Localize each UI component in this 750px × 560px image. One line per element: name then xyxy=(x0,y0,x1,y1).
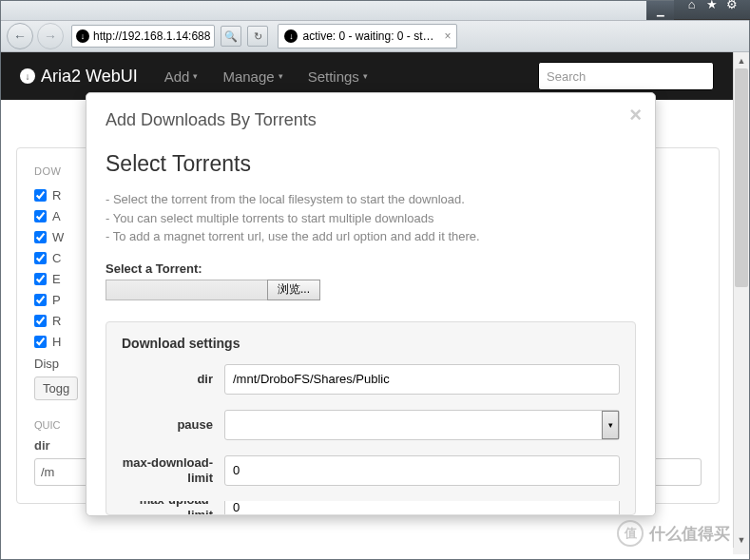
url-text: http://192.168.1.14:688 xyxy=(93,29,210,43)
browser-tab[interactable]: ↓ active: 0 - waiting: 0 - sto... × xyxy=(278,24,457,48)
refresh-button[interactable]: ↻ xyxy=(247,26,268,47)
checkbox[interactable] xyxy=(34,336,47,348)
browse-button[interactable]: 浏览... xyxy=(267,280,320,300)
tab-close-icon[interactable]: × xyxy=(444,29,451,43)
search-input[interactable]: Search xyxy=(538,62,714,90)
window-titlebar: ▁ ▢ ✕ xyxy=(1,1,749,21)
caret-icon: ▾ xyxy=(193,71,198,81)
brand-icon: ↓ xyxy=(20,68,35,84)
address-bar[interactable]: ↓ http://192.168.1.14:688 xyxy=(71,25,215,48)
chevron-down-icon[interactable]: ▾ xyxy=(602,411,619,439)
scroll-up-icon[interactable]: ▲ xyxy=(734,52,749,68)
site-favicon: ↓ xyxy=(76,29,89,43)
brand-text: Aria2 WebUI xyxy=(41,67,138,87)
tab-title: active: 0 - waiting: 0 - sto... xyxy=(302,29,435,43)
favorites-icon[interactable]: ★ xyxy=(704,0,719,12)
toggle-button[interactable]: Togg xyxy=(34,377,78,400)
nav-settings[interactable]: Settings▾ xyxy=(308,68,368,85)
checkbox[interactable] xyxy=(34,189,47,202)
caret-icon: ▾ xyxy=(279,71,283,81)
watermark-text: 什么值得买 xyxy=(649,523,730,545)
checkbox[interactable] xyxy=(34,210,47,222)
pause-field-label: pause xyxy=(122,417,224,433)
search-url-button[interactable]: 🔍 xyxy=(221,26,241,47)
select-torrent-label: Select a Torrent: xyxy=(106,261,636,276)
back-button[interactable]: ← xyxy=(7,23,33,49)
browser-toolbar: ← → ↓ http://192.168.1.14:688 🔍 ↻ ↓ acti… xyxy=(1,21,749,52)
checkbox[interactable] xyxy=(34,315,47,327)
watermark: 值 什么值得买 xyxy=(617,520,730,547)
checkbox[interactable] xyxy=(34,273,47,285)
modal-title: Add Downloads By Torrents xyxy=(106,110,636,130)
pause-select[interactable]: ▾ xyxy=(224,410,620,440)
modal-close-icon[interactable]: × xyxy=(629,103,642,127)
page-content: ↓ Aria2 WebUI Add▾ Manage▾ Settings▾ Sea… xyxy=(1,52,749,554)
checkbox[interactable] xyxy=(34,252,47,264)
download-settings-box: Download settings dir /mnt/DroboFS/Share… xyxy=(106,321,636,515)
settings-box-title: Download settings xyxy=(122,336,620,351)
modal-hints: - Select the torrent from the local file… xyxy=(106,190,636,246)
max-upload-field[interactable]: 0 xyxy=(224,501,620,514)
resize-grip[interactable] xyxy=(733,548,749,554)
browser-toolbar-right: ⌂ ★ ⚙ xyxy=(674,0,750,20)
nav-add[interactable]: Add▾ xyxy=(164,68,199,85)
vertical-scrollbar[interactable]: ▲ ▼ xyxy=(733,52,749,548)
minimize-button[interactable]: ▁ xyxy=(646,1,675,20)
scroll-down-icon[interactable]: ▼ xyxy=(734,531,749,548)
max-download-field[interactable]: 0 xyxy=(224,455,620,486)
watermark-icon: 值 xyxy=(617,520,644,547)
checkbox[interactable] xyxy=(34,231,47,243)
dir-field-label: dir xyxy=(122,372,224,387)
dir-field[interactable]: /mnt/DroboFS/Shares/Public xyxy=(224,364,620,395)
file-path-field[interactable] xyxy=(106,280,267,300)
max-download-label: max-download-limit xyxy=(122,455,224,485)
tab-favicon: ↓ xyxy=(284,29,298,43)
max-upload-label: max-upload-limit xyxy=(122,501,224,514)
gear-icon[interactable]: ⚙ xyxy=(725,0,740,12)
caret-icon: ▾ xyxy=(363,71,368,81)
add-torrent-modal: × Add Downloads By Torrents Select Torre… xyxy=(86,92,656,516)
nav-manage[interactable]: Manage▾ xyxy=(222,68,282,85)
file-input-row: 浏览... xyxy=(106,280,636,300)
checkbox[interactable] xyxy=(34,294,47,306)
brand[interactable]: ↓ Aria2 WebUI xyxy=(20,67,138,87)
home-icon[interactable]: ⌂ xyxy=(684,0,699,12)
modal-section-title: Select Torrents xyxy=(106,151,636,177)
forward-button[interactable]: → xyxy=(37,23,64,49)
scroll-thumb[interactable] xyxy=(735,68,748,287)
